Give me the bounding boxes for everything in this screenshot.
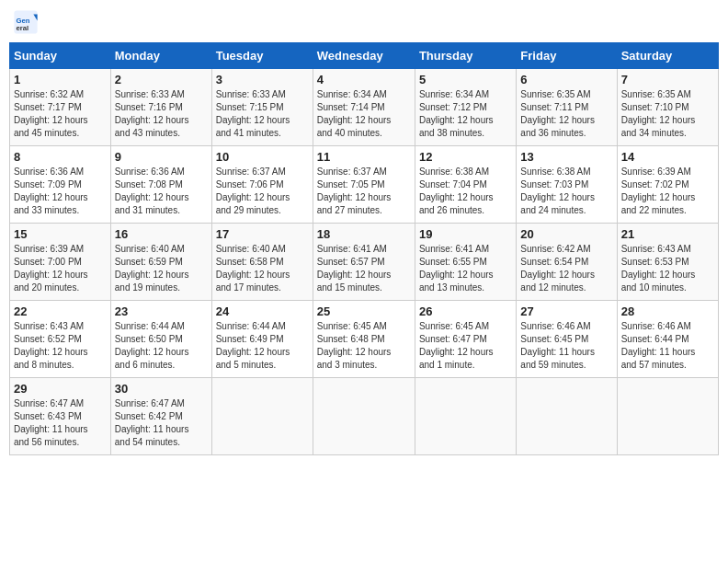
calendar-week-row: 29Sunrise: 6:47 AMSunset: 6:43 PMDayligh… — [10, 378, 719, 455]
day-number: 21 — [621, 227, 714, 241]
calendar-cell: 28Sunrise: 6:46 AMSunset: 6:44 PMDayligh… — [617, 301, 718, 378]
calendar-cell — [415, 378, 516, 455]
calendar-cell: 26Sunrise: 6:45 AMSunset: 6:47 PMDayligh… — [415, 301, 516, 378]
calendar-cell: 29Sunrise: 6:47 AMSunset: 6:43 PMDayligh… — [10, 378, 111, 455]
day-number: 5 — [419, 73, 512, 86]
calendar-day-header: Monday — [110, 43, 211, 69]
calendar-cell: 16Sunrise: 6:40 AMSunset: 6:59 PMDayligh… — [110, 224, 211, 301]
day-number: 17 — [216, 227, 309, 241]
calendar-cell: 24Sunrise: 6:44 AMSunset: 6:49 PMDayligh… — [211, 301, 313, 378]
day-info: Sunrise: 6:38 AMSunset: 7:03 PMDaylight:… — [520, 166, 612, 217]
day-info: Sunrise: 6:40 AMSunset: 6:58 PMDaylight:… — [216, 243, 309, 294]
logo: Gen eral — [13, 9, 40, 35]
day-info: Sunrise: 6:41 AMSunset: 6:57 PMDaylight:… — [317, 243, 411, 294]
calendar-cell: 27Sunrise: 6:46 AMSunset: 6:45 PMDayligh… — [517, 301, 617, 378]
calendar-cell: 11Sunrise: 6:37 AMSunset: 7:05 PMDayligh… — [313, 146, 415, 224]
page-header: Gen eral — [9, 9, 719, 35]
calendar-cell — [313, 378, 415, 455]
calendar-cell: 23Sunrise: 6:44 AMSunset: 6:50 PMDayligh… — [110, 301, 211, 378]
day-info: Sunrise: 6:39 AMSunset: 7:00 PMDaylight:… — [14, 243, 107, 294]
day-info: Sunrise: 6:35 AMSunset: 7:10 PMDaylight:… — [621, 88, 714, 140]
day-info: Sunrise: 6:41 AMSunset: 6:55 PMDaylight:… — [419, 243, 512, 294]
day-number: 10 — [216, 150, 309, 164]
day-info: Sunrise: 6:43 AMSunset: 6:52 PMDaylight:… — [14, 320, 107, 372]
day-info: Sunrise: 6:36 AMSunset: 7:08 PMDaylight:… — [115, 166, 208, 217]
calendar-cell: 10Sunrise: 6:37 AMSunset: 7:06 PMDayligh… — [211, 146, 313, 224]
day-info: Sunrise: 6:37 AMSunset: 7:06 PMDaylight:… — [216, 166, 309, 217]
day-number: 11 — [317, 150, 411, 164]
calendar-cell — [211, 378, 313, 455]
day-info: Sunrise: 6:43 AMSunset: 6:53 PMDaylight:… — [621, 243, 714, 294]
calendar-cell: 15Sunrise: 6:39 AMSunset: 7:00 PMDayligh… — [10, 224, 111, 301]
day-info: Sunrise: 6:39 AMSunset: 7:02 PMDaylight:… — [621, 166, 714, 217]
day-info: Sunrise: 6:44 AMSunset: 6:50 PMDaylight:… — [115, 320, 208, 372]
day-info: Sunrise: 6:46 AMSunset: 6:45 PMDaylight:… — [520, 320, 612, 372]
calendar-cell: 13Sunrise: 6:38 AMSunset: 7:03 PMDayligh… — [517, 146, 617, 224]
day-info: Sunrise: 6:44 AMSunset: 6:49 PMDaylight:… — [216, 320, 309, 372]
calendar-day-header: Sunday — [10, 43, 111, 69]
calendar-cell: 12Sunrise: 6:38 AMSunset: 7:04 PMDayligh… — [415, 146, 516, 224]
logo-icon: Gen eral — [13, 9, 39, 35]
day-number: 4 — [317, 73, 411, 86]
calendar-cell: 8Sunrise: 6:36 AMSunset: 7:09 PMDaylight… — [10, 146, 111, 224]
day-info: Sunrise: 6:32 AMSunset: 7:17 PMDaylight:… — [14, 88, 107, 140]
calendar-cell: 21Sunrise: 6:43 AMSunset: 6:53 PMDayligh… — [617, 224, 718, 301]
calendar-cell — [617, 378, 718, 455]
day-info: Sunrise: 6:34 AMSunset: 7:14 PMDaylight:… — [317, 88, 411, 140]
day-number: 24 — [216, 304, 309, 318]
day-info: Sunrise: 6:37 AMSunset: 7:05 PMDaylight:… — [317, 166, 411, 217]
calendar-cell: 9Sunrise: 6:36 AMSunset: 7:08 PMDaylight… — [110, 146, 211, 224]
calendar-day-header: Tuesday — [211, 43, 313, 69]
calendar-day-header: Thursday — [415, 43, 516, 69]
day-info: Sunrise: 6:33 AMSunset: 7:15 PMDaylight:… — [216, 88, 309, 140]
day-info: Sunrise: 6:40 AMSunset: 6:59 PMDaylight:… — [115, 243, 208, 294]
day-info: Sunrise: 6:47 AMSunset: 6:42 PMDaylight:… — [115, 397, 208, 449]
calendar-cell: 14Sunrise: 6:39 AMSunset: 7:02 PMDayligh… — [617, 146, 718, 224]
day-number: 16 — [115, 227, 208, 241]
calendar-week-row: 8Sunrise: 6:36 AMSunset: 7:09 PMDaylight… — [10, 146, 719, 224]
calendar-cell: 17Sunrise: 6:40 AMSunset: 6:58 PMDayligh… — [211, 224, 313, 301]
day-info: Sunrise: 6:33 AMSunset: 7:16 PMDaylight:… — [115, 88, 208, 140]
day-info: Sunrise: 6:46 AMSunset: 6:44 PMDaylight:… — [621, 320, 714, 372]
calendar-cell: 22Sunrise: 6:43 AMSunset: 6:52 PMDayligh… — [10, 301, 111, 378]
day-number: 6 — [520, 73, 612, 86]
day-number: 23 — [115, 304, 208, 318]
day-info: Sunrise: 6:35 AMSunset: 7:11 PMDaylight:… — [520, 88, 612, 140]
day-number: 2 — [115, 73, 208, 86]
day-number: 8 — [14, 150, 107, 164]
day-number: 22 — [14, 304, 107, 318]
calendar-cell: 6Sunrise: 6:35 AMSunset: 7:11 PMDaylight… — [517, 69, 617, 146]
calendar-week-row: 15Sunrise: 6:39 AMSunset: 7:00 PMDayligh… — [10, 224, 719, 301]
day-number: 3 — [216, 73, 309, 86]
calendar-cell: 18Sunrise: 6:41 AMSunset: 6:57 PMDayligh… — [313, 224, 415, 301]
calendar-cell: 19Sunrise: 6:41 AMSunset: 6:55 PMDayligh… — [415, 224, 516, 301]
day-info: Sunrise: 6:34 AMSunset: 7:12 PMDaylight:… — [419, 88, 512, 140]
calendar-week-row: 1Sunrise: 6:32 AMSunset: 7:17 PMDaylight… — [10, 69, 719, 146]
day-number: 9 — [115, 150, 208, 164]
calendar-cell — [517, 378, 617, 455]
day-number: 7 — [621, 73, 714, 86]
calendar-cell: 7Sunrise: 6:35 AMSunset: 7:10 PMDaylight… — [617, 69, 718, 146]
calendar-cell: 20Sunrise: 6:42 AMSunset: 6:54 PMDayligh… — [517, 224, 617, 301]
day-info: Sunrise: 6:36 AMSunset: 7:09 PMDaylight:… — [14, 166, 107, 217]
day-number: 20 — [520, 227, 612, 241]
calendar-cell: 4Sunrise: 6:34 AMSunset: 7:14 PMDaylight… — [313, 69, 415, 146]
day-number: 12 — [419, 150, 512, 164]
day-number: 25 — [317, 304, 411, 318]
calendar-cell: 3Sunrise: 6:33 AMSunset: 7:15 PMDaylight… — [211, 69, 313, 146]
calendar-cell: 5Sunrise: 6:34 AMSunset: 7:12 PMDaylight… — [415, 69, 516, 146]
calendar-header-row: SundayMondayTuesdayWednesdayThursdayFrid… — [10, 43, 719, 69]
day-number: 14 — [621, 150, 714, 164]
day-number: 29 — [14, 382, 107, 396]
day-number: 18 — [317, 227, 411, 241]
calendar-day-header: Saturday — [617, 43, 718, 69]
calendar-day-header: Friday — [517, 43, 617, 69]
day-number: 19 — [419, 227, 512, 241]
day-number: 28 — [621, 304, 714, 318]
calendar-table: SundayMondayTuesdayWednesdayThursdayFrid… — [9, 42, 719, 455]
calendar-cell: 30Sunrise: 6:47 AMSunset: 6:42 PMDayligh… — [110, 378, 211, 455]
day-number: 1 — [14, 73, 107, 86]
calendar-week-row: 22Sunrise: 6:43 AMSunset: 6:52 PMDayligh… — [10, 301, 719, 378]
day-number: 30 — [115, 382, 208, 396]
calendar-cell: 2Sunrise: 6:33 AMSunset: 7:16 PMDaylight… — [110, 69, 211, 146]
